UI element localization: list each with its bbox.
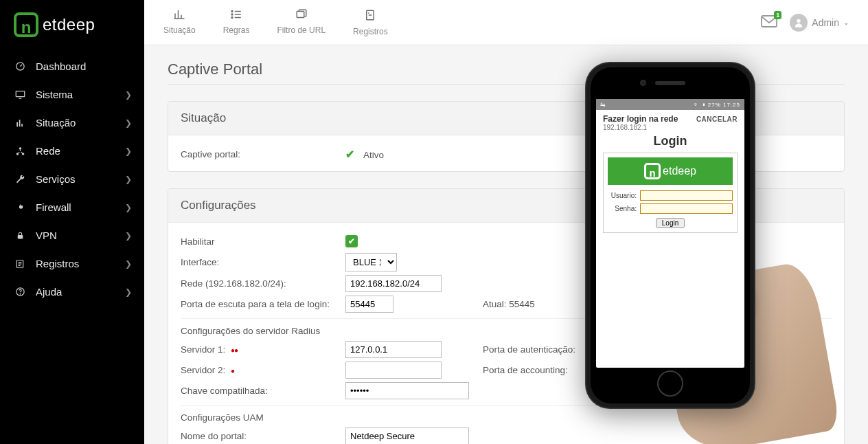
chevron-right-icon: ❯: [125, 118, 132, 128]
port-input[interactable]: [345, 296, 393, 313]
topnav-filtro-url[interactable]: Filtro de URL: [277, 8, 326, 36]
svg-rect-4: [21, 124, 23, 126]
logo-icon: n: [14, 12, 38, 37]
required-icon: ●●: [231, 346, 238, 354]
srv1-input[interactable]: [345, 341, 442, 358]
chevron-right-icon: ❯: [125, 287, 132, 297]
mail-badge: 1: [774, 11, 781, 19]
phone-login-button[interactable]: Login: [656, 218, 685, 228]
status-value: Ativo: [363, 150, 384, 160]
lock-icon: [14, 230, 26, 241]
phone-login-ip: 192.168.182.1: [603, 124, 678, 131]
phone-user-label: Usuario:: [608, 192, 637, 199]
sidebar-item-label: Firewall: [36, 201, 71, 213]
sidebar-item-label: Serviços: [36, 173, 76, 185]
sidebar-item-situacao[interactable]: Situação ❯: [0, 109, 144, 137]
svg-point-11: [20, 293, 21, 294]
topnav-label: Situação: [163, 25, 196, 35]
svg-point-13: [231, 14, 233, 15]
sidebar-item-sistema[interactable]: Sistema ❯: [0, 80, 144, 109]
uam-section-label: Configurações UAM: [181, 412, 264, 423]
sidebar-item-label: Ajuda: [36, 286, 62, 298]
main: Captive Portal Situação Captive portal: …: [144, 45, 868, 444]
srv2-input[interactable]: [345, 362, 442, 379]
sidebar-item-label: VPN: [36, 230, 57, 241]
srv1-label: Servidor 1:: [181, 344, 225, 355]
srv2-label: Servidor 2:: [181, 365, 225, 375]
chevron-down-icon: ⌄: [843, 19, 849, 26]
phone-pass-input[interactable]: [640, 203, 733, 214]
topnav-label: Filtro de URL: [277, 25, 326, 35]
status-label: Captive portal:: [181, 149, 345, 159]
sidebar-item-vpn[interactable]: VPN ❯: [0, 221, 144, 249]
enable-checkbox[interactable]: ✔: [345, 235, 358, 247]
doc-icon: [364, 8, 376, 25]
help-icon: [14, 287, 26, 297]
topnav-situacao[interactable]: Situação: [163, 8, 196, 36]
chevron-right-icon: ❯: [125, 90, 132, 100]
avatar-icon: [790, 14, 808, 32]
sidebar-item-label: Sistema: [36, 89, 73, 100]
svg-rect-15: [297, 12, 304, 18]
svg-point-18: [797, 19, 801, 22]
svg-point-5: [19, 147, 21, 150]
topbar: Situação Regras Filtro de URL Registros …: [144, 0, 868, 45]
sidebar-item-label: Registros: [36, 258, 79, 269]
interface-label: Interface:: [181, 257, 345, 267]
wrench-icon: [14, 174, 26, 184]
svg-rect-2: [16, 122, 18, 126]
topnav-label: Regras: [223, 25, 250, 35]
barchart-icon: [14, 118, 26, 128]
chevron-right-icon: ❯: [125, 259, 132, 269]
gauge-icon: [14, 61, 26, 71]
net-label: Rede (192.168.182.0/24):: [181, 278, 345, 289]
enable-label: Habilitar: [181, 236, 345, 247]
flame-icon: [14, 202, 26, 212]
phone-user-input[interactable]: [640, 190, 733, 201]
phone-login-heading: Login: [596, 134, 744, 148]
interface-select[interactable]: BLUE 1: [345, 253, 397, 271]
sidebar-item-label: Rede: [36, 145, 60, 157]
key-label: Chave compatilhada:: [181, 386, 345, 396]
phone-pass-label: Senha:: [608, 205, 637, 212]
check-icon: ✔: [345, 148, 354, 160]
svg-point-14: [231, 17, 233, 19]
chevron-right-icon: ❯: [125, 146, 132, 156]
key-input[interactable]: [345, 382, 469, 399]
portal-name-label: Nome do portal:: [181, 431, 345, 441]
sidebar-item-servicos[interactable]: Serviços ❯: [0, 165, 144, 193]
topnav-regras[interactable]: Regras: [223, 8, 250, 36]
phone-brand-banner: n etdeep: [608, 157, 733, 185]
radius-section-label: Configurações do servidor Radius: [181, 326, 320, 336]
sidebar-item-registros[interactable]: Registros ❯: [0, 249, 144, 278]
required-icon: ●: [231, 367, 234, 375]
mail-button[interactable]: 1: [761, 14, 777, 32]
chevron-right-icon: ❯: [125, 175, 132, 184]
logo[interactable]: n etdeep: [0, 0, 144, 52]
svg-rect-8: [17, 235, 23, 238]
list-icon: [229, 8, 243, 24]
user-menu[interactable]: Admin ⌄: [790, 14, 849, 32]
phone-cancel-button[interactable]: CANCELAR: [696, 114, 738, 123]
svg-point-12: [231, 11, 233, 12]
net-input[interactable]: [345, 275, 442, 292]
phone-login-title: Fazer login na rede: [603, 114, 678, 124]
network-icon: [14, 146, 26, 156]
sidebar-item-rede[interactable]: Rede ❯: [0, 137, 144, 165]
monitor-icon: [14, 90, 26, 99]
logo-text: etdeep: [43, 15, 95, 34]
sidebar-item-label: Dashboard: [36, 60, 86, 72]
sidebar-item-firewall[interactable]: Firewall ❯: [0, 193, 144, 221]
sidebar-item-dashboard[interactable]: Dashboard: [0, 52, 144, 80]
chevron-right-icon: ❯: [125, 231, 132, 241]
sidebar-item-ajuda[interactable]: Ajuda ❯: [0, 278, 144, 306]
user-name: Admin: [812, 17, 839, 28]
chevron-right-icon: ❯: [125, 203, 132, 212]
topnav-registros[interactable]: Registros: [353, 8, 388, 36]
portal-name-input[interactable]: [345, 428, 469, 445]
phone-statusbar: ⇋ ᯤ ▮ 27% 17:25: [596, 99, 744, 110]
svg-rect-1: [16, 91, 25, 97]
log-icon: [14, 259, 26, 269]
sidebar: n etdeep Dashboard Sistema ❯ Situação ❯ …: [0, 0, 144, 444]
svg-rect-3: [19, 120, 20, 126]
